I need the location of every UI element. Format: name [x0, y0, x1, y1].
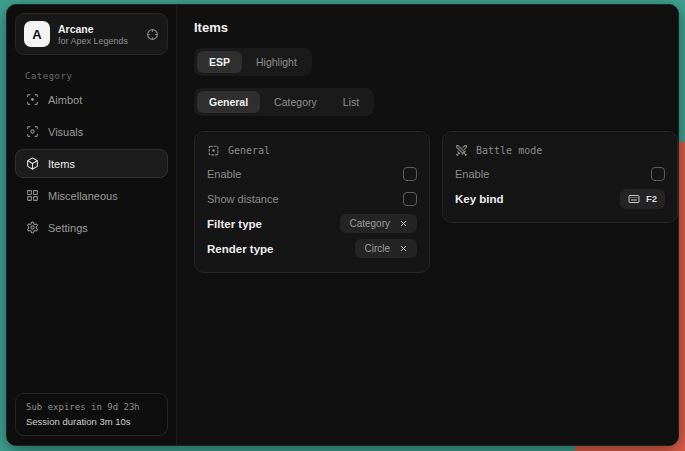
- filter-type-select[interactable]: Category: [340, 214, 417, 233]
- keyboard-icon: [628, 193, 640, 205]
- general-panel-header: General: [207, 142, 417, 161]
- view-tabs-row: General Category List: [194, 88, 678, 116]
- setting-label: Enable: [207, 168, 241, 180]
- sidebar-item-label: Visuals: [48, 126, 83, 138]
- focus-frame-icon: [207, 144, 220, 157]
- panel-title: General: [228, 145, 270, 156]
- setting-label: Show distance: [207, 193, 279, 205]
- category-section-label: Category: [25, 71, 168, 81]
- main-content: Items ESP Highlight General Category Lis…: [177, 5, 679, 445]
- sidebar-item-label: Aimbot: [48, 94, 82, 106]
- subscription-info-card: Sub expires in 9d 23h Session duration 3…: [15, 393, 168, 436]
- tab-highlight[interactable]: Highlight: [244, 51, 309, 73]
- gear-icon: [26, 221, 39, 234]
- close-icon[interactable]: [399, 219, 408, 228]
- keybind-button[interactable]: F2: [620, 189, 665, 209]
- setting-label: Render type: [207, 243, 273, 255]
- setting-label: Key bind: [455, 193, 504, 205]
- tab-esp[interactable]: ESP: [197, 51, 242, 73]
- tab-general[interactable]: General: [197, 91, 260, 113]
- layout-grid-icon: [26, 189, 39, 202]
- select-value: Circle: [364, 243, 390, 254]
- sidebar-item-miscellaneous[interactable]: Miscellaneous: [15, 181, 168, 210]
- sidebar-item-label: Miscellaneous: [48, 190, 118, 202]
- setting-row-show-distance: Show distance: [207, 186, 417, 211]
- crosshair-icon: [146, 28, 159, 41]
- setting-label: Filter type: [207, 218, 262, 230]
- sidebar-item-items[interactable]: Items: [15, 149, 168, 178]
- setting-row-key-bind: Key bind F2: [455, 186, 665, 211]
- enable-checkbox[interactable]: [403, 167, 417, 181]
- battle-mode-panel-header: Battle mode: [455, 142, 665, 161]
- app-subtitle: for Apex Legends: [58, 36, 128, 46]
- keybind-value: F2: [646, 193, 657, 204]
- general-panel: General Enable Show distance Filter type…: [194, 131, 430, 273]
- page-title: Items: [194, 20, 678, 35]
- crosshair-scan-icon: [26, 93, 39, 106]
- sidebar-nav: Aimbot Visuals Items: [15, 85, 168, 242]
- session-duration-text: Session duration 3m 10s: [26, 416, 157, 427]
- show-distance-checkbox[interactable]: [403, 192, 417, 206]
- setting-row-render-type: Render type Circle: [207, 236, 417, 261]
- scan-eye-icon: [26, 125, 39, 138]
- panels-container: General Enable Show distance Filter type…: [194, 131, 678, 273]
- swords-icon: [455, 144, 468, 157]
- sidebar-item-aimbot[interactable]: Aimbot: [15, 85, 168, 114]
- setting-row-enable: Enable: [207, 161, 417, 186]
- sidebar-item-settings[interactable]: Settings: [15, 213, 168, 242]
- mode-tab-group: ESP Highlight: [194, 48, 312, 76]
- arcane-app-window: A Arcane for Apex Legends Category: [6, 4, 679, 446]
- sidebar: A Arcane for Apex Legends Category: [7, 5, 177, 445]
- sidebar-item-label: Items: [48, 158, 75, 170]
- setting-row-filter-type: Filter type Category: [207, 211, 417, 236]
- app-name: Arcane: [58, 23, 128, 35]
- app-meta: Arcane for Apex Legends: [58, 23, 128, 46]
- package-icon: [26, 157, 39, 170]
- render-type-select[interactable]: Circle: [355, 239, 417, 258]
- battle-mode-panel: Battle mode Enable Key bind: [442, 131, 678, 223]
- close-icon[interactable]: [399, 244, 408, 253]
- setting-row-enable: Enable: [455, 161, 665, 186]
- sub-expires-text: Sub expires in 9d 23h: [26, 402, 157, 412]
- sidebar-item-visuals[interactable]: Visuals: [15, 117, 168, 146]
- app-logo: A: [24, 21, 50, 47]
- panel-title: Battle mode: [476, 145, 542, 156]
- tab-category[interactable]: Category: [262, 91, 329, 113]
- app-header-card: A Arcane for Apex Legends: [15, 13, 168, 55]
- sidebar-item-label: Settings: [48, 222, 88, 234]
- tab-list[interactable]: List: [331, 91, 371, 113]
- battle-enable-checkbox[interactable]: [651, 167, 665, 181]
- setting-label: Enable: [455, 168, 489, 180]
- mode-tabs-row: ESP Highlight: [194, 48, 678, 76]
- view-tab-group: General Category List: [194, 88, 374, 116]
- select-value: Category: [349, 218, 390, 229]
